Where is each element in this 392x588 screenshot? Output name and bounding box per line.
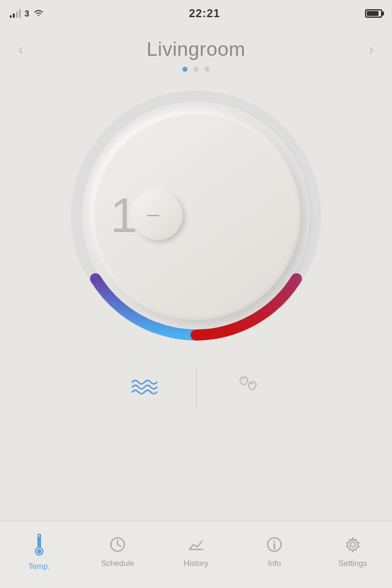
status-right: [365, 9, 382, 18]
clock-icon: [109, 536, 126, 555]
page-dots: [0, 67, 392, 72]
info-icon: [266, 536, 283, 555]
dot-2[interactable]: [194, 67, 198, 72]
tab-bar: Temp. Schedule History: [0, 521, 392, 588]
next-room-button[interactable]: ›: [369, 41, 374, 58]
status-time: 22:21: [189, 7, 220, 20]
thermostat-ring[interactable]: 18°: [64, 84, 328, 347]
svg-rect-4: [39, 537, 40, 546]
svg-point-11: [274, 540, 276, 542]
wave-mode-button[interactable]: [92, 366, 197, 409]
prev-room-button[interactable]: ‹: [18, 41, 23, 58]
dot-3[interactable]: [205, 67, 209, 72]
wifi-icon: [33, 9, 44, 19]
thermometer-icon: [33, 533, 45, 558]
tab-settings-label: Settings: [339, 559, 368, 568]
dial-circle[interactable]: 18°: [92, 111, 300, 320]
wave-icon: [130, 375, 158, 399]
status-bar: 3 22:21: [0, 0, 392, 27]
knob-indicator: [147, 215, 159, 216]
signal-icon: [10, 9, 21, 18]
status-left: 3: [10, 9, 44, 19]
chart-icon: [187, 536, 205, 555]
tab-info[interactable]: Info: [235, 521, 314, 588]
drops-icon: [234, 375, 262, 399]
tab-history-label: History: [184, 559, 208, 568]
gear-icon: [344, 536, 361, 555]
tab-temp[interactable]: Temp.: [0, 521, 78, 588]
room-name: Livingroom: [146, 38, 246, 61]
thermostat-area: 18°: [0, 84, 392, 409]
room-header: ‹ Livingroom ›: [0, 27, 392, 67]
tab-schedule-label: Schedule: [101, 559, 134, 568]
tab-schedule[interactable]: Schedule: [78, 521, 157, 588]
dot-1[interactable]: [183, 67, 187, 72]
battery-icon: [365, 9, 382, 18]
tab-info-label: Info: [268, 559, 281, 568]
svg-line-7: [118, 545, 121, 546]
drops-mode-button[interactable]: [197, 366, 301, 409]
tab-temp-label: Temp.: [28, 562, 50, 571]
tab-history[interactable]: History: [157, 521, 235, 588]
thermostat-knob[interactable]: [134, 191, 183, 240]
svg-point-12: [350, 542, 355, 547]
mode-controls: [92, 366, 300, 409]
signal-label: 3: [24, 9, 29, 18]
tab-settings[interactable]: Settings: [314, 521, 392, 588]
svg-point-3: [37, 549, 42, 553]
